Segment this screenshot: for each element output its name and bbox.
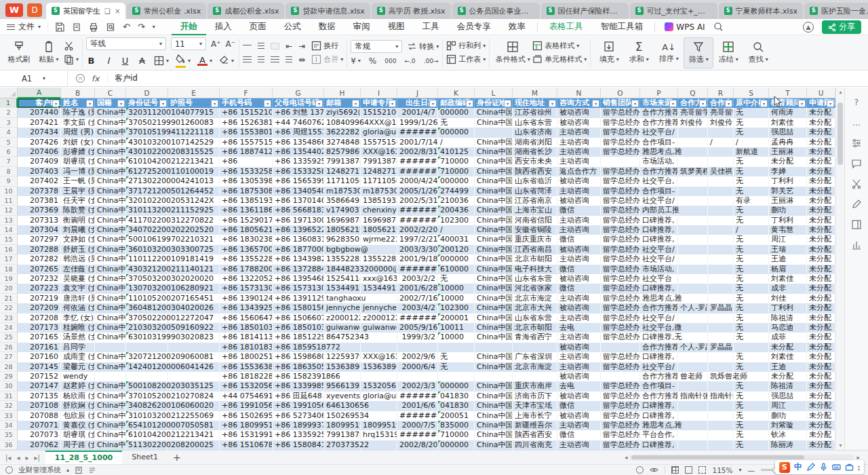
cell[interactable]: 2001/6/28 (397, 284, 438, 293)
cell[interactable]: 2000/4/24 (397, 176, 438, 186)
cell[interactable]: 成雨雯 (女 (61, 352, 95, 362)
row-number[interactable]: 26 (0, 343, 18, 352)
cell[interactable] (708, 265, 734, 274)
cell[interactable]: 未分配 (769, 372, 807, 381)
ime-keyboard-icon[interactable] (832, 463, 841, 472)
column-letter-B[interactable]: B (61, 88, 95, 98)
cell[interactable]: 207071 (18, 421, 61, 430)
cell[interactable]: 358664913 (324, 196, 361, 206)
cell[interactable]: +86 1360831276 (273, 235, 324, 244)
cell[interactable]: China中国 (95, 206, 126, 215)
cell[interactable]: China中国 (475, 314, 513, 323)
cell[interactable]: 山东省东营 (513, 118, 557, 128)
cell[interactable]: 327484864 (324, 138, 361, 147)
cell[interactable]: +86 1339985047 (273, 381, 324, 391)
cell[interactable]: 北京市大兴 (513, 303, 557, 313)
cell[interactable]: 周煜 (男) (61, 128, 95, 137)
vertical-scrollbar[interactable]: ▴ ▾ (835, 88, 844, 450)
page-break-icon[interactable] (698, 466, 706, 474)
cell[interactable]: 210036 (438, 196, 475, 206)
cell[interactable]: 2000/6/4 (397, 362, 438, 372)
row-number[interactable]: 36 (0, 440, 18, 450)
cell[interactable]: +86 15319918 (220, 430, 273, 440)
cell[interactable]: China中国 (475, 430, 513, 440)
cell[interactable]: 未分配 (807, 411, 835, 421)
cell[interactable]: +86 1991056865 (273, 401, 324, 411)
column-letter-I[interactable]: I (361, 88, 397, 98)
cell[interactable]: 新疆维吾尔 (513, 421, 557, 430)
cell[interactable]: gloria@uk (361, 128, 397, 137)
help-icon[interactable]: ? (851, 97, 862, 108)
cell[interactable]: 王一帆 (男 (61, 176, 95, 186)
cell[interactable]: 180562199 (361, 225, 397, 235)
cell[interactable]: XXX@163. (361, 352, 397, 362)
column-letter-O[interactable]: O (601, 88, 640, 98)
qat-chevron-icon[interactable]: ▾ (153, 24, 155, 30)
distribute-icon[interactable]: ⇹ (298, 55, 305, 64)
cell[interactable]: 主动咨询 (557, 294, 601, 303)
cell[interactable]: +86 15263810 (220, 118, 273, 128)
cell[interactable]: 142401200006041426 (126, 362, 168, 372)
cell[interactable]: 未分配 (807, 167, 835, 176)
cell[interactable]: ######## (397, 430, 438, 440)
filter-dropdown-button[interactable]: ▾ (760, 100, 768, 107)
cell[interactable]: China中国 (475, 323, 513, 332)
cell[interactable]: 无 (734, 118, 769, 128)
row-number[interactable]: 33 (0, 411, 18, 421)
cell[interactable]: 凯烁曾老师 (708, 372, 734, 381)
bold-button[interactable]: B (86, 56, 96, 66)
cell[interactable]: China中国 (475, 225, 513, 235)
cell[interactable]: 口碑推荐, (640, 235, 678, 244)
cell[interactable]: 留学总经办 (601, 440, 640, 450)
target-icon[interactable] (636, 466, 644, 474)
cell[interactable]: 微信 (557, 265, 601, 274)
undo-icon[interactable]: ↶ (123, 22, 130, 31)
tab-pin-icon[interactable]: ❑ (104, 7, 111, 15)
cell[interactable] (708, 294, 734, 303)
cut-icon[interactable] (64, 41, 74, 51)
cell[interactable]: 102300 (438, 216, 475, 225)
cell[interactable]: 留学总经办 (601, 294, 640, 303)
cell[interactable] (708, 196, 734, 206)
cell[interactable]: 无 (734, 216, 769, 225)
cell[interactable]: 207297 (18, 235, 61, 244)
cell[interactable]: 留学总经办 (601, 245, 640, 254)
cell[interactable]: 无 (734, 411, 769, 421)
cell[interactable]: China中国 (475, 421, 513, 430)
cell[interactable]: 未分配 (807, 421, 835, 430)
cell[interactable]: China中国 (475, 187, 513, 196)
cell[interactable]: 留学总经办 (601, 362, 640, 372)
number-format-select[interactable]: 常规▾ (351, 40, 402, 53)
filter-dropdown-button[interactable]: ▾ (159, 100, 167, 107)
cell[interactable]: China中国 (95, 138, 126, 147)
cell[interactable]: 山东省东营 (513, 274, 557, 284)
cell[interactable]: 微信 (557, 430, 601, 440)
cell[interactable]: bgbgbow@ (324, 245, 361, 254)
cell[interactable]: 山东省济南 (513, 128, 557, 137)
cell[interactable]: 社交平台,微 (640, 323, 678, 332)
cell[interactable]: China中国 (475, 138, 513, 147)
cell[interactable]: +86 1863505000 (273, 362, 324, 372)
cell[interactable]: 刘素佳 (769, 352, 807, 362)
cell[interactable] (708, 147, 734, 157)
cell[interactable]: 2001/7/14 (397, 138, 438, 147)
cell[interactable]: China中国 (95, 381, 126, 391)
cell[interactable]: China中国 (475, 294, 513, 303)
cell[interactable]: 李忆 (女) (61, 314, 95, 323)
cell[interactable]: 社交平台/ (640, 128, 678, 137)
cell[interactable]: 被动咨询 (557, 303, 601, 313)
document-tab[interactable]: S高学历 教授.xlsx (372, 3, 451, 19)
cell[interactable]: 未分配 (807, 362, 835, 372)
cell[interactable]: +86 13851932 (220, 196, 273, 206)
column-letter-L[interactable]: L (475, 88, 513, 98)
cell[interactable] (678, 196, 708, 206)
cell[interactable] (708, 284, 734, 293)
row-number[interactable]: 16 (0, 245, 18, 254)
vertical-scroll-thumb[interactable] (837, 102, 843, 165)
cell[interactable]: 310113200211152925 (126, 206, 168, 215)
column-letter-R[interactable]: R (708, 88, 734, 98)
cell[interactable]: 630103199903020823 (126, 332, 168, 342)
cell[interactable]: 梁馨元 (女 (61, 362, 95, 372)
formula-input[interactable]: 客户id (108, 73, 138, 83)
cell[interactable] (678, 216, 708, 225)
